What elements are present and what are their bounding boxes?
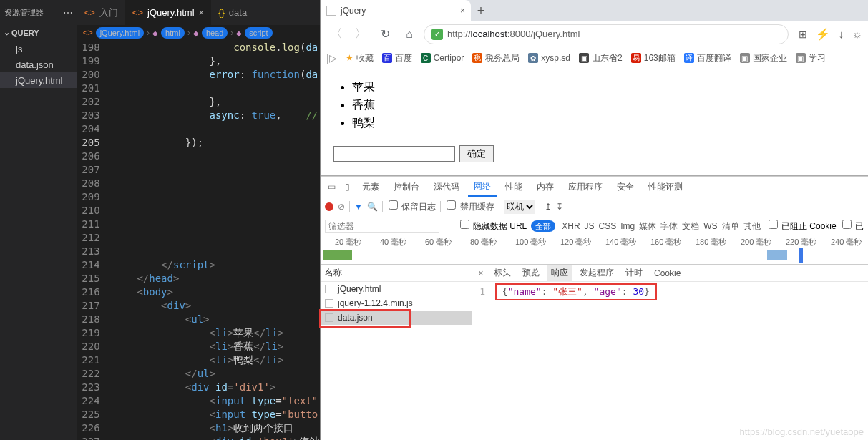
request-row[interactable]: jquery-1.12.4.min.js — [321, 296, 472, 311]
home-button[interactable]: ⌂ — [399, 24, 419, 44]
bookmark-item[interactable]: ▣学习 — [796, 52, 826, 64]
shield-icon: ✓ — [431, 29, 443, 40]
editor-tab[interactable]: {}data — [211, 0, 254, 25]
hide-dataurl-checkbox[interactable]: 隐藏数据 URL — [459, 220, 527, 233]
bookmark-item[interactable]: CCertipor — [421, 53, 464, 63]
bookmark-item[interactable]: ★收藏 — [346, 52, 374, 64]
clear-icon[interactable]: ⊘ — [338, 202, 345, 212]
type-filter[interactable]: CSS — [597, 221, 619, 231]
type-filter[interactable]: XHR — [560, 221, 582, 231]
browser-tab[interactable]: jQuery × — [321, 0, 471, 21]
breadcrumb-item[interactable]: head — [202, 27, 228, 39]
breadcrumb-item[interactable]: script — [245, 27, 272, 39]
detail-tab[interactable]: 标头 — [489, 265, 515, 282]
bookmark-item[interactable]: ▣国家企业 — [740, 52, 787, 64]
search-icon[interactable]: 🔍 — [367, 202, 378, 212]
code-editor[interactable]: 198 console.log(da199 },200 error: funct… — [77, 41, 320, 440]
close-detail-icon[interactable]: × — [475, 268, 487, 278]
bookmark-item[interactable]: 百百度 — [382, 52, 412, 64]
type-filter[interactable]: 字体 — [658, 221, 680, 231]
forward-button[interactable]: 〉 — [351, 24, 371, 44]
more-icon[interactable]: ⋯ — [63, 7, 73, 19]
record-button[interactable] — [325, 202, 333, 211]
detail-tab[interactable]: 计时 — [621, 265, 647, 282]
reload-button[interactable]: ↻ — [375, 24, 395, 44]
file-icon — [325, 313, 333, 322]
line-number: 198 — [77, 41, 113, 54]
url-bar[interactable]: ✓ http://localhost:8000/jQuery.html — [424, 24, 789, 44]
editor-tab[interactable]: <>入门 — [77, 0, 125, 25]
network-timeline[interactable]: 20 毫秒40 毫秒60 毫秒80 毫秒100 毫秒120 毫秒140 毫秒16… — [321, 235, 868, 264]
request-row[interactable]: data.json — [321, 311, 472, 325]
bookmark-item[interactable]: 译百度翻译 — [684, 52, 731, 64]
devtools-tab[interactable]: 性能评测 — [643, 177, 688, 197]
blocked-cookies-checkbox[interactable]: 已阻止 Cookie — [767, 220, 837, 233]
download-har-icon[interactable]: ↧ — [556, 202, 563, 212]
new-tab-button[interactable]: + — [471, 1, 491, 21]
file-tree-item[interactable]: data.json — [0, 57, 77, 72]
line-number: 219 — [77, 326, 113, 340]
type-filter[interactable]: 清单 — [720, 221, 741, 231]
line-number: 201 — [77, 82, 113, 95]
devtools-tab[interactable]: 安全 — [611, 177, 640, 197]
detail-tab[interactable]: 发起程序 — [575, 265, 618, 282]
close-icon[interactable]: × — [199, 7, 205, 18]
filter-input[interactable] — [325, 220, 439, 233]
throttling-select[interactable]: 联机 — [504, 200, 535, 214]
line-number: 224 — [77, 394, 113, 408]
type-filter[interactable]: Img — [618, 221, 637, 231]
bookmark-item[interactable]: 易163邮箱 — [631, 52, 676, 64]
line-number: 221 — [77, 353, 113, 367]
file-tree-item[interactable]: jQuery.html — [0, 72, 77, 88]
blocked-more-checkbox[interactable]: 已 — [841, 220, 864, 233]
detail-tab[interactable]: 响应 — [547, 265, 572, 282]
qr-icon[interactable]: ⊞ — [799, 29, 807, 40]
breadcrumb-item[interactable]: html — [161, 27, 185, 39]
type-filter[interactable]: 媒体 — [637, 221, 658, 231]
editor-tab[interactable]: <>jQuery.html× — [125, 0, 211, 25]
submit-button[interactable]: 确定 — [459, 145, 494, 162]
devtools-tab[interactable]: 源代码 — [428, 177, 465, 197]
detail-tab[interactable]: Cookie — [650, 265, 685, 282]
upload-icon[interactable]: ↥ — [545, 202, 552, 212]
filter-all-pill[interactable]: 全部 — [531, 220, 555, 232]
close-icon[interactable]: × — [460, 6, 465, 16]
devtools-tab[interactable]: 元素 — [356, 177, 385, 197]
file-tree-item[interactable]: js — [0, 41, 77, 57]
indent-icon[interactable]: |▷ — [326, 52, 337, 64]
disable-cache-checkbox[interactable]: 禁用缓存 — [445, 200, 494, 213]
filter-icon[interactable]: ▼ — [354, 202, 363, 212]
device-icon[interactable]: ▯ — [341, 180, 353, 193]
devtools-tab[interactable]: 性能 — [499, 177, 528, 197]
name-column-header[interactable]: 名称 — [321, 265, 472, 282]
type-filter[interactable]: JS — [582, 221, 597, 231]
type-filter[interactable]: WS — [701, 221, 719, 231]
breadcrumb-item[interactable]: jQuery.html — [96, 27, 144, 39]
html-icon: <> — [83, 28, 93, 38]
text-input[interactable] — [333, 146, 455, 162]
bookmark-item[interactable]: 税税务总局 — [472, 52, 520, 64]
line-number: 215 — [77, 272, 113, 285]
devtools-tab[interactable]: 应用程序 — [562, 177, 608, 197]
list-item: 苹果 — [352, 79, 855, 97]
response-body[interactable]: 1 {"name": "张三", "age": 30} — [472, 282, 868, 440]
project-root[interactable]: ⌄ QUERY — [0, 25, 77, 41]
breadcrumb[interactable]: <>jQuery.html›◆html›◆head›◆script — [77, 25, 320, 41]
settings-icon[interactable]: ☼ — [852, 28, 862, 40]
back-button[interactable]: 〈 — [326, 24, 346, 44]
detail-tab[interactable]: 预览 — [518, 265, 544, 282]
download-icon[interactable]: ↓ — [839, 28, 844, 40]
type-filter[interactable]: 文档 — [680, 221, 701, 231]
fast-icon[interactable]: ⚡ — [816, 27, 830, 41]
devtools-tab[interactable]: 网络 — [468, 177, 497, 197]
devtools-tab[interactable]: 控制台 — [388, 177, 425, 197]
bookmark-item[interactable]: ▣山东省2 — [579, 52, 623, 64]
favicon: 易 — [631, 53, 641, 63]
bookmark-item[interactable]: ✿xysp.sd — [528, 53, 570, 63]
favicon: ▣ — [579, 53, 589, 63]
type-filter[interactable]: 其他 — [741, 221, 763, 231]
preserve-log-checkbox[interactable]: 保留日志 — [387, 200, 436, 213]
request-row[interactable]: jQuery.html — [321, 282, 472, 296]
inspect-icon[interactable]: ▭ — [325, 180, 338, 193]
devtools-tab[interactable]: 内存 — [531, 177, 560, 197]
